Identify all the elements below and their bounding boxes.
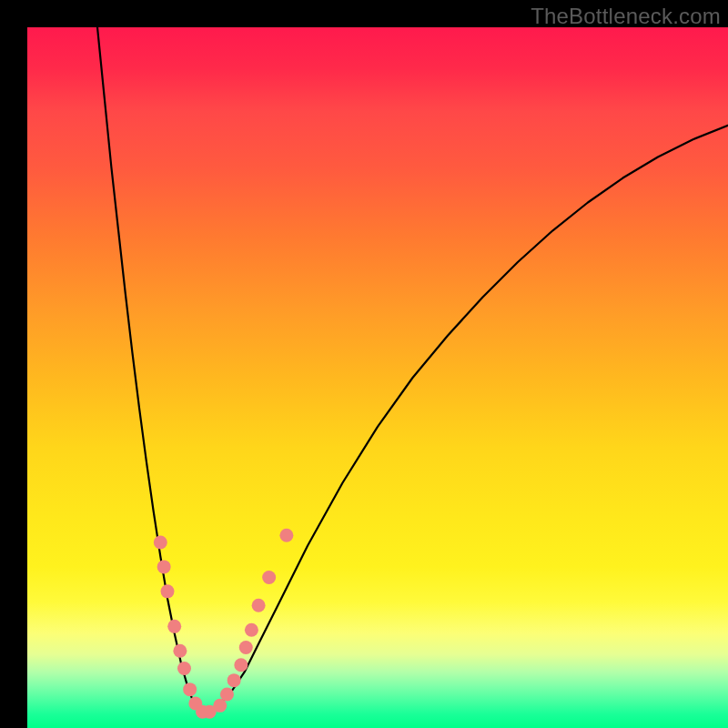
watermark-text: TheBottleneck.com — [531, 4, 721, 29]
chart-frame: TheBottleneck.com — [0, 0, 728, 728]
plot-gradient-background — [27, 27, 728, 728]
